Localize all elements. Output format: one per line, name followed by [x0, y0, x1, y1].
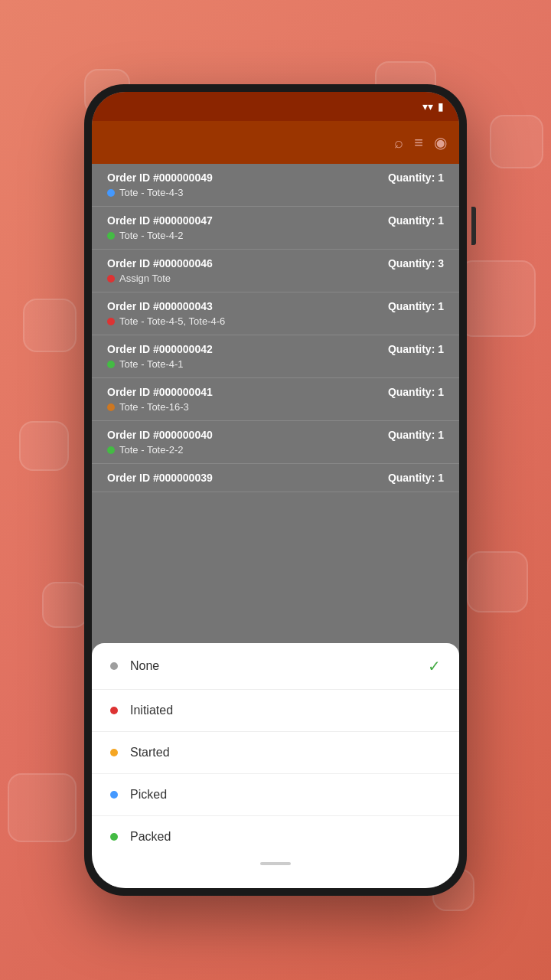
app-bar-actions: ⌕ ≡ ◉: [394, 133, 447, 152]
order-id: Order ID #000000041: [107, 386, 213, 398]
order-tote: Tote - Tote-4-1: [107, 358, 444, 370]
order-id: Order ID #000000046: [107, 257, 213, 270]
order-tote: Tote - Tote-4-5, Tote-4-6: [107, 315, 444, 327]
status-dot: [107, 403, 115, 411]
status-icons: ▾▾ ▮: [422, 100, 444, 113]
status-dot-indicator: [110, 707, 118, 714]
dropdown-status-item[interactable]: Packed: [92, 816, 459, 858]
status-dot: [107, 189, 115, 197]
status-option-label: Packed: [130, 830, 441, 844]
status-dot: [107, 446, 115, 454]
order-item[interactable]: Order ID #000000049Quantity: 1Tote - Tot…: [92, 164, 459, 207]
status-dot-indicator: [110, 833, 118, 841]
tote-label: Tote - Tote-16-3: [119, 401, 189, 413]
order-quantity: Quantity: 1: [388, 429, 444, 441]
order-id: Order ID #000000042: [107, 343, 213, 355]
order-item[interactable]: Order ID #000000046Quantity: 3Assign Tot…: [92, 250, 459, 292]
phone-frame: ▾▾ ▮ ⌕ ≡ ◉ Order ID #000000049Quantity: …: [84, 84, 467, 896]
order-item[interactable]: Order ID #000000041Quantity: 1Tote - Tot…: [92, 378, 459, 421]
selected-checkmark-icon: ✓: [428, 657, 441, 675]
tote-label: Tote - Tote-4-3: [119, 187, 184, 198]
order-id: Order ID #000000043: [107, 300, 213, 312]
order-item[interactable]: Order ID #000000040Quantity: 1Tote - Tot…: [92, 421, 459, 464]
order-quantity: Quantity: 1: [388, 172, 444, 184]
order-quantity: Quantity: 1: [388, 300, 444, 312]
tote-label: Tote - Tote-4-2: [119, 230, 184, 241]
user-icon[interactable]: ◉: [434, 133, 447, 152]
order-quantity: Quantity: 1: [388, 386, 444, 398]
bottom-handle: [260, 862, 291, 865]
order-id: Order ID #000000047: [107, 214, 213, 227]
dropdown-status-item[interactable]: Initiated: [92, 690, 459, 732]
order-quantity: Quantity: 1: [388, 472, 444, 484]
status-option-label: Started: [130, 746, 441, 760]
status-dot: [107, 275, 115, 283]
status-option-label: Initiated: [130, 704, 441, 717]
order-id: Order ID #000000049: [107, 172, 213, 184]
tote-label: Tote - Tote-4-1: [119, 358, 184, 370]
status-option-label: None: [130, 659, 416, 673]
order-tote: Assign Tote: [107, 273, 444, 284]
order-list: Order ID #000000049Quantity: 1Tote - Tot…: [92, 164, 459, 888]
tote-label: Tote - Tote-2-2: [119, 444, 184, 456]
tote-label: Assign Tote: [119, 273, 171, 284]
volume-up-button[interactable]: [471, 207, 476, 245]
order-tote: Tote - Tote-16-3: [107, 401, 444, 413]
status-dot-indicator: [110, 662, 118, 670]
order-tote: Tote - Tote-2-2: [107, 444, 444, 456]
app-bar: ⌕ ≡ ◉: [92, 121, 459, 164]
dropdown-status-item[interactable]: Started: [92, 732, 459, 774]
status-dot-indicator: [110, 749, 118, 756]
order-id: Order ID #000000039: [107, 472, 213, 484]
order-item[interactable]: Order ID #000000042Quantity: 1Tote - Tot…: [92, 335, 459, 378]
dropdown-status-item[interactable]: None✓: [92, 643, 459, 690]
order-tote: Tote - Tote-4-2: [107, 230, 444, 241]
battery-icon: ▮: [438, 100, 444, 113]
wifi-icon: ▾▾: [422, 100, 433, 113]
order-quantity: Quantity: 1: [388, 214, 444, 227]
status-dot: [107, 232, 115, 240]
status-bar: ▾▾ ▮: [92, 92, 459, 121]
order-item[interactable]: Order ID #000000047Quantity: 1Tote - Tot…: [92, 207, 459, 250]
status-dot-indicator: [110, 791, 118, 799]
status-option-label: Picked: [130, 788, 441, 802]
status-filter-dropdown: None✓InitiatedStartedPickedPacked: [92, 643, 459, 888]
status-dot: [107, 361, 115, 368]
order-quantity: Quantity: 3: [388, 257, 444, 270]
order-item[interactable]: Order ID #000000043Quantity: 1Tote - Tot…: [92, 292, 459, 335]
order-tote: Tote - Tote-4-3: [107, 187, 444, 198]
search-icon[interactable]: ⌕: [394, 134, 403, 152]
tote-label: Tote - Tote-4-5, Tote-4-6: [119, 315, 225, 327]
order-item[interactable]: Order ID #000000039Quantity: 1: [92, 464, 459, 492]
status-dot: [107, 318, 115, 325]
order-id: Order ID #000000040: [107, 429, 213, 441]
filter-icon[interactable]: ≡: [414, 134, 423, 152]
dropdown-status-item[interactable]: Picked: [92, 774, 459, 816]
order-quantity: Quantity: 1: [388, 343, 444, 355]
